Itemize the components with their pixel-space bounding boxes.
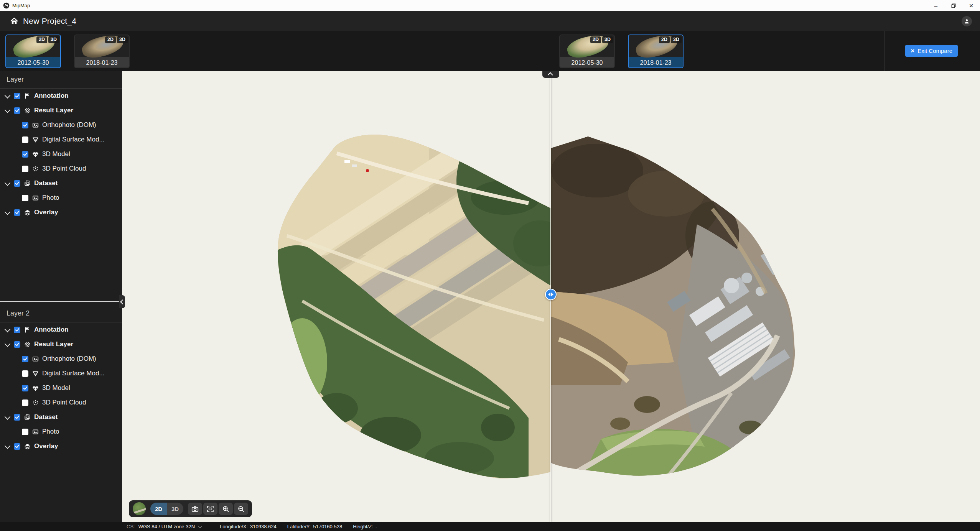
checkbox[interactable] — [22, 399, 28, 406]
checkbox[interactable] — [22, 429, 28, 435]
app-logo-icon — [3, 2, 10, 9]
badge-2d[interactable]: 2D — [659, 36, 670, 43]
panel-separator[interactable] — [0, 301, 122, 302]
restore-icon — [951, 3, 956, 8]
checkbox[interactable] — [22, 151, 28, 158]
layer-item-annotation[interactable]: Annotation — [0, 89, 122, 103]
longitude-readout: Longitude/X: 310938.624 — [220, 524, 277, 529]
checkbox[interactable] — [22, 136, 28, 143]
checkbox[interactable] — [22, 370, 28, 377]
badge-2d[interactable]: 2D — [105, 36, 116, 43]
chevron-down-icon[interactable] — [5, 209, 11, 215]
layer-item-label: Photo — [42, 194, 59, 202]
checkbox[interactable] — [22, 122, 28, 128]
layer-item-orthophoto[interactable]: Orthophoto (DOM) — [0, 118, 122, 132]
compare-slider-handle[interactable] — [545, 289, 557, 300]
fit-view-button[interactable] — [203, 503, 217, 515]
thumbnail-right-2012[interactable]: 2D 3D 2012-05-30 — [559, 35, 615, 68]
checkbox[interactable] — [14, 443, 20, 450]
layer-panel-2: Layer 2 Annotation Result Layer Orthopho… — [0, 305, 122, 454]
chevron-down-icon[interactable] — [5, 92, 11, 99]
layer2-item-3d-model[interactable]: 3D Model — [0, 381, 122, 395]
layer2-item-annotation[interactable]: Annotation — [0, 322, 122, 337]
minimize-button[interactable]: – — [927, 0, 945, 11]
view-mode-switch: 2D 3D — [150, 503, 183, 515]
badge-3d[interactable]: 3D — [117, 36, 128, 43]
home-button[interactable] — [9, 16, 19, 26]
layer2-item-dsm[interactable]: Digital Surface Mod... — [0, 366, 122, 381]
cs-value[interactable]: WGS 84 / UTM zone 32N — [138, 524, 195, 529]
point-cloud-icon — [32, 165, 39, 172]
badge-3d[interactable]: 3D — [48, 36, 59, 43]
checkbox[interactable] — [14, 209, 20, 216]
height-readout: Height/Z: - — [353, 524, 377, 529]
badge-3d[interactable]: 3D — [671, 36, 682, 43]
layer-item-3d-model[interactable]: 3D Model — [0, 147, 122, 161]
badge-2d[interactable]: 2D — [590, 36, 601, 43]
layer-panel-title: Layer — [0, 71, 122, 89]
layer2-item-result-layer[interactable]: Result Layer — [0, 337, 122, 352]
map-viewport[interactable]: 2D 3D — [122, 71, 980, 522]
layer-item-label: Photo — [42, 428, 59, 436]
close-button[interactable]: × — [962, 0, 980, 11]
photo-icon — [32, 194, 39, 201]
layer2-item-orthophoto[interactable]: Orthophoto (DOM) — [0, 352, 122, 366]
checkbox[interactable] — [14, 93, 20, 99]
view-2d-button[interactable]: 2D — [150, 503, 167, 515]
chevron-down-icon[interactable] — [5, 341, 11, 347]
app-name: MipMap — [12, 3, 30, 8]
cs-label: CS: — [127, 524, 135, 529]
exit-compare-button[interactable]: × Exit Compare — [905, 45, 958, 57]
zoom-in-icon — [222, 505, 229, 513]
map-tools — [188, 503, 248, 515]
screenshot-button[interactable] — [188, 503, 202, 515]
arrow-left-icon — [548, 293, 550, 296]
orthophoto-2018-graphic — [551, 71, 980, 522]
layer-item-overlay[interactable]: Overlay — [0, 205, 122, 220]
checkbox[interactable] — [22, 166, 28, 172]
chevron-down-icon[interactable] — [5, 326, 11, 332]
layer-item-3d-point-cloud[interactable]: 3D Point Cloud — [0, 161, 122, 176]
checkbox[interactable] — [14, 327, 20, 333]
layer-item-result-layer[interactable]: Result Layer — [0, 103, 122, 118]
badge-3d[interactable]: 3D — [602, 36, 613, 43]
maximize-button[interactable] — [945, 0, 962, 11]
thumbnail-left-2012[interactable]: 2D 3D 2012-05-30 — [5, 35, 61, 68]
user-avatar[interactable] — [962, 16, 972, 26]
collapse-topbar-tab[interactable] — [542, 71, 559, 78]
checkbox[interactable] — [14, 341, 20, 348]
thumbnail-left-2018[interactable]: 2D 3D 2018-01-23 — [74, 35, 130, 68]
layer2-item-overlay[interactable]: Overlay — [0, 439, 122, 454]
layer-item-dsm[interactable]: Digital Surface Mod... — [0, 132, 122, 147]
checkbox[interactable] — [22, 195, 28, 201]
chevron-down-icon[interactable] — [5, 107, 11, 113]
overlay-icon — [24, 443, 31, 450]
chevron-down-icon[interactable] — [198, 524, 202, 528]
checkbox[interactable] — [22, 356, 28, 362]
map-left-orthophoto-2012[interactable] — [122, 71, 551, 522]
orthophoto-icon — [32, 122, 39, 128]
thumbnail-right-2018[interactable]: 2D 3D 2018-01-23 — [628, 35, 684, 68]
app-header: New Project_4 — [0, 11, 980, 31]
longitude-value: 310938.624 — [250, 524, 277, 529]
chevron-down-icon[interactable] — [5, 180, 11, 186]
badge-2d[interactable]: 2D — [36, 36, 47, 43]
layer-item-label: 3D Point Cloud — [42, 399, 86, 406]
layer2-item-dataset[interactable]: Dataset — [0, 410, 122, 424]
layer-item-photo[interactable]: Photo — [0, 191, 122, 205]
map-right-orthophoto-2018[interactable] — [551, 71, 980, 522]
zoom-out-button[interactable] — [234, 503, 248, 515]
view-3d-button[interactable]: 3D — [167, 503, 183, 515]
layer2-item-3d-point-cloud[interactable]: 3D Point Cloud — [0, 395, 122, 410]
zoom-in-button[interactable] — [219, 503, 233, 515]
checkbox[interactable] — [14, 107, 20, 114]
collapse-sidebar-tab[interactable] — [119, 295, 125, 308]
chevron-down-icon[interactable] — [5, 414, 11, 420]
checkbox[interactable] — [22, 385, 28, 391]
chevron-down-icon[interactable] — [5, 443, 11, 449]
layer2-item-photo[interactable]: Photo — [0, 424, 122, 439]
basemap-toggle[interactable] — [133, 502, 146, 515]
checkbox[interactable] — [14, 180, 20, 187]
layer-item-dataset[interactable]: Dataset — [0, 176, 122, 191]
checkbox[interactable] — [14, 414, 20, 421]
